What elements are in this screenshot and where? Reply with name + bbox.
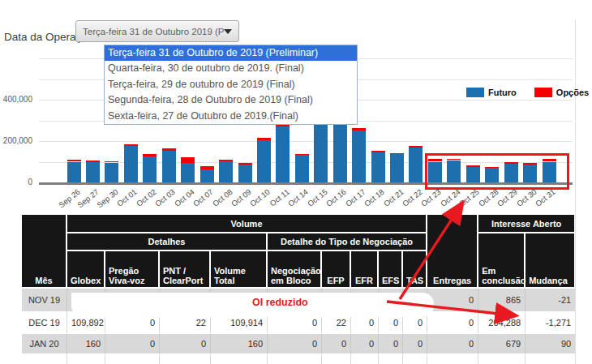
volume-page: Data da Operação Terça-feira 31 de Outub… (0, 0, 592, 364)
group-header-detalhes: Detalhes (67, 233, 268, 251)
date-option-0[interactable]: Terça-feira 31 de Outubro de 2019 (Preli… (105, 45, 357, 61)
bar-futuro-oct-03 (162, 151, 176, 182)
panel-right-divider (575, 19, 576, 364)
bar-futuro-oct-09 (238, 165, 252, 182)
bar-futuro-oct-18 (371, 152, 385, 182)
cell-dec-19-12: -1,271 (526, 313, 576, 334)
group-header-interesse-aberto: Interesse Aberto (478, 215, 576, 233)
col-header-7: EFR (351, 251, 379, 289)
col-header-8: EFS (379, 251, 403, 289)
bar-opcoes-oct-22 (409, 146, 423, 148)
col-header-6: EFP (322, 251, 351, 289)
col-header-9: TAS (403, 251, 427, 289)
bar-opcoes-oct-10 (257, 138, 271, 140)
bar-futuro-oct-22 (409, 148, 423, 182)
bar-opcoes-oct-17 (352, 128, 366, 131)
bar-opcoes-sep-30 (105, 161, 118, 162)
bar-opcoes-oct-14 (295, 154, 309, 156)
col-header-5: Negociação em Bloco (268, 251, 322, 289)
bar-opcoes-oct-04 (181, 157, 195, 162)
date-option-4[interactable]: Sexta-feira, 27 de Outubro de 2019.(Fina… (105, 109, 357, 124)
cell-jan-20-6: 0 (322, 334, 351, 355)
bar-opcoes-oct-02 (143, 154, 157, 156)
cell-partial (403, 355, 427, 364)
date-option-1[interactable]: Quarta-feira, 30 de outubro de 2019. (Fi… (105, 61, 357, 76)
bar-opcoes-oct-21 (390, 153, 404, 154)
col-header-mes: Mês (22, 215, 67, 289)
bar-futuro-oct-14 (295, 155, 309, 182)
y-tick-0: 0 (0, 178, 32, 186)
table-row-jan-20: JAN 201600016000000067990 (22, 334, 576, 355)
bar-futuro-oct-08 (219, 161, 233, 182)
cell-partial (427, 355, 478, 364)
date-option-3[interactable]: Segunda-feira, 28 de Outubro de 2019 (Fi… (105, 92, 357, 108)
bar-futuro-oct-11 (276, 126, 290, 182)
bar-futuro-oct-07 (200, 169, 214, 182)
bar-opcoes-oct-03 (162, 148, 176, 151)
y-tick-200000: 200,000 (0, 136, 32, 145)
bar-opcoes-oct-07 (200, 166, 214, 169)
chevron-down-icon (224, 29, 232, 34)
cell-jan-20-11: 679 (478, 334, 526, 355)
cell-partial (67, 355, 105, 364)
cell-nov-19-11: 865 (478, 289, 526, 313)
cell-jan-20-2: 0 (105, 334, 160, 355)
cell-jan-20-8: 0 (379, 334, 403, 355)
date-select-value: Terça-feira 31 de Outubro 2019 (Prelimin… (76, 27, 224, 36)
date-option-2[interactable]: Terça-feira, 29 de outubro de 2019 (Fina… (105, 77, 357, 92)
oi-reduzido-note: OI reduzido (252, 297, 308, 308)
col-header-4: Volume Total (211, 251, 268, 289)
bar-opcoes-sep-26 (67, 160, 81, 162)
bar-futuro-oct-15 (314, 118, 328, 182)
bar-futuro-oct-21 (390, 154, 404, 182)
bar-opcoes-oct-08 (219, 160, 233, 161)
cell-dec-19-11: 204,288 (478, 313, 526, 334)
cell-jan-20-7: 0 (351, 334, 379, 355)
cell-nov-19-10: 0 (427, 289, 478, 313)
group-header-tipo-negociacao: Detalhe do Tipo de Negociação (268, 233, 427, 251)
bar-futuro-oct-01 (124, 146, 138, 182)
gridline-200000 (39, 141, 573, 142)
cell-jan-20-4: 160 (211, 334, 268, 355)
date-select[interactable]: Terça-feira 31 de Outubro 2019 (Prelimin… (75, 20, 239, 42)
bar-futuro-oct-10 (257, 140, 271, 182)
cell-partial (526, 355, 576, 364)
bar-opcoes-sep-27 (86, 161, 100, 162)
col-header-entregas: Entregas (427, 215, 478, 289)
table-row-partial (22, 355, 576, 364)
opcoes-legend-swatch (534, 88, 552, 97)
bar-opcoes-oct-18 (371, 151, 385, 152)
cell-jan-20-9: 0 (403, 334, 427, 355)
bar-futuro-oct-02 (143, 156, 157, 182)
cell-jan-20-12: 90 (526, 334, 576, 355)
col-header-em-conclusao: Em conclusão (478, 233, 526, 289)
highlight-box-annotation (425, 153, 569, 190)
month-cell: DEC 19 (22, 313, 67, 334)
cell-partial (322, 355, 351, 364)
cell-jan-20-5: 0 (268, 334, 322, 355)
month-cell: NOV 19 (22, 289, 67, 313)
cell-partial (351, 355, 379, 364)
bar-futuro-sep-30 (105, 163, 118, 183)
col-header-3: PNT / ClearPort (160, 251, 211, 289)
bar-futuro-oct-04 (181, 163, 195, 182)
cell-partial (211, 355, 268, 364)
bar-futuro-oct-17 (352, 131, 366, 182)
cell-partial (478, 355, 526, 364)
futuro-legend-swatch (466, 88, 484, 97)
opcoes-legend-label: Opções (556, 88, 589, 97)
chart-legend: Futuro Opções (466, 88, 589, 97)
col-header-mudanca: Mudança (526, 233, 576, 289)
bar-opcoes-oct-09 (238, 163, 252, 165)
cell-jan-20-1: 160 (67, 334, 105, 355)
cell-nov-19-12: -21 (526, 289, 576, 313)
cell-partial (268, 355, 322, 364)
cell-dec-19-10: 0 (427, 313, 478, 334)
cell-jan-20-3: 0 (160, 334, 211, 355)
col-header-2: Pregão Viva-voz (105, 251, 160, 289)
cell-partial (160, 355, 211, 364)
bar-futuro-oct-16 (333, 118, 347, 182)
bar-futuro-sep-27 (86, 162, 100, 182)
futuro-legend-label: Futuro (488, 88, 517, 97)
bar-opcoes-oct-01 (124, 144, 138, 146)
